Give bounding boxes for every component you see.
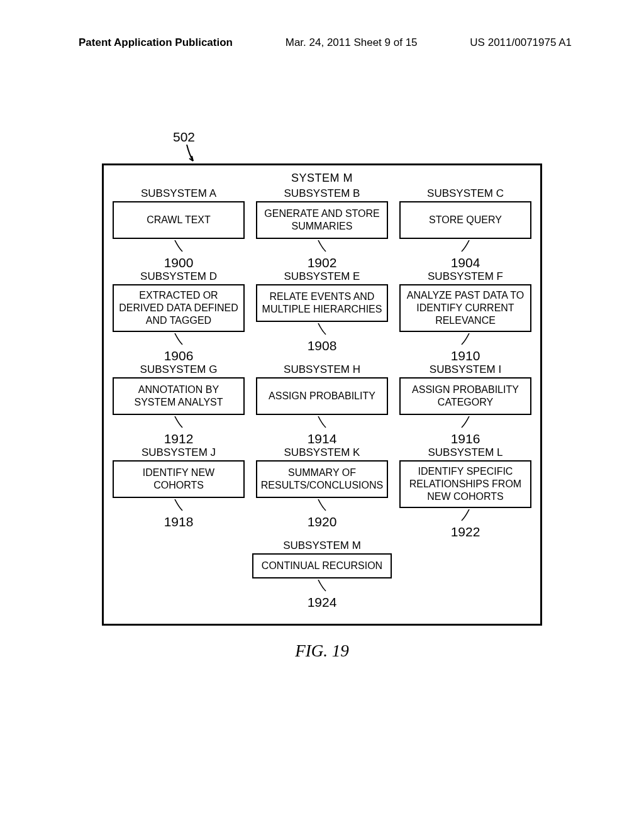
cell-body: IDENTIFY NEW COHORTS xyxy=(113,460,245,498)
lead-line-icon xyxy=(399,509,531,524)
cell-body: RELATE EVENTS AND MULTIPLE HIERARCHIES xyxy=(256,284,388,322)
row-1: SUBSYSTEM A CRAWL TEXT 1900 SUBSYSTEM B … xyxy=(113,187,531,270)
reference-number: 1914 xyxy=(256,431,388,446)
cell-subsystem-a: SUBSYSTEM A CRAWL TEXT 1900 xyxy=(113,187,245,270)
reference-number: 1902 xyxy=(256,255,388,270)
lead-line-icon xyxy=(399,240,531,255)
header-right: US 2011/0071975 A1 xyxy=(470,36,572,49)
reference-number: 1910 xyxy=(399,348,531,363)
cell-subsystem-b: SUBSYSTEM B GENERATE AND STORE SUMMARIES… xyxy=(256,187,388,270)
cell-body: ASSIGN PROBABILITY xyxy=(256,377,388,415)
row-5: SUBSYSTEM M CONTINUAL RECURSION 1924 xyxy=(113,540,531,610)
row-2: SUBSYSTEM D EXTRACTED OR DERIVED DATA DE… xyxy=(113,270,531,363)
system-title: SYSTEM M xyxy=(113,172,531,185)
cell-subsystem-l: SUBSYSTEM L IDENTIFY SPECIFIC RELATIONSH… xyxy=(399,446,531,540)
cell-title: SUBSYSTEM K xyxy=(256,446,388,459)
cell-body: ASSIGN PROBABILITY CATEGORY xyxy=(399,377,531,415)
cell-title: SUBSYSTEM E xyxy=(256,270,388,283)
cell-subsystem-h: SUBSYSTEM H ASSIGN PROBABILITY 1914 xyxy=(256,363,388,446)
reference-number: 1922 xyxy=(399,524,531,540)
cell-subsystem-e: SUBSYSTEM E RELATE EVENTS AND MULTIPLE H… xyxy=(256,270,388,363)
header-left: Patent Application Publication xyxy=(79,36,233,49)
cell-title: SUBSYSTEM G xyxy=(113,363,245,376)
cell-title: SUBSYSTEM C xyxy=(399,187,531,200)
cell-title: SUBSYSTEM A xyxy=(113,187,245,200)
lead-line-502-icon xyxy=(184,145,199,165)
reference-number: 1912 xyxy=(113,431,245,446)
cell-body: SUMMARY OF RESULTS/CONCLUSIONS xyxy=(256,460,388,498)
row-4: SUBSYSTEM J IDENTIFY NEW COHORTS 1918 SU… xyxy=(113,446,531,540)
cell-subsystem-j: SUBSYSTEM J IDENTIFY NEW COHORTS 1918 xyxy=(113,446,245,540)
cell-title: SUBSYSTEM M xyxy=(252,540,392,552)
lead-line-icon xyxy=(113,416,245,431)
lead-line-icon xyxy=(113,499,245,514)
lead-line-icon xyxy=(113,333,245,348)
cell-subsystem-c: SUBSYSTEM C STORE QUERY 1904 xyxy=(399,187,531,270)
cell-title: SUBSYSTEM J xyxy=(113,446,245,459)
lead-line-icon xyxy=(256,323,388,338)
cell-title: SUBSYSTEM I xyxy=(399,363,531,376)
cell-body: GENERATE AND STORE SUMMARIES xyxy=(256,201,388,239)
lead-line-icon xyxy=(256,240,388,255)
cell-body: CRAWL TEXT xyxy=(113,201,245,239)
lead-line-icon xyxy=(252,580,392,595)
cell-body: ANNOTATION BY SYSTEM ANALYST xyxy=(113,377,245,415)
figure-caption: FIG. 19 xyxy=(0,641,644,661)
reference-number: 1906 xyxy=(113,348,245,363)
cell-subsystem-m: SUBSYSTEM M CONTINUAL RECURSION 1924 xyxy=(252,540,392,610)
lead-line-icon xyxy=(256,499,388,514)
cell-subsystem-f: SUBSYSTEM F ANALYZE PAST DATA TO IDENTIF… xyxy=(399,270,531,363)
cell-title: SUBSYSTEM D xyxy=(113,270,245,283)
cell-body: ANALYZE PAST DATA TO IDENTIFY CURRENT RE… xyxy=(399,284,531,332)
header-center: Mar. 24, 2011 Sheet 9 of 15 xyxy=(286,36,418,49)
cell-body: EXTRACTED OR DERIVED DATA DEFINED AND TA… xyxy=(113,284,245,332)
reference-number: 1918 xyxy=(113,514,245,529)
reference-number: 1908 xyxy=(256,338,388,353)
cell-body: STORE QUERY xyxy=(399,201,531,239)
lead-line-icon xyxy=(113,240,245,255)
reference-number: 1916 xyxy=(399,431,531,446)
lead-line-icon xyxy=(399,416,531,431)
cell-title: SUBSYSTEM H xyxy=(256,363,388,376)
lead-line-icon xyxy=(399,333,531,348)
reference-number: 1904 xyxy=(399,255,531,270)
cell-subsystem-g: SUBSYSTEM G ANNOTATION BY SYSTEM ANALYST… xyxy=(113,363,245,446)
cell-body: CONTINUAL RECURSION xyxy=(252,553,392,578)
row-3: SUBSYSTEM G ANNOTATION BY SYSTEM ANALYST… xyxy=(113,363,531,446)
reference-number: 1920 xyxy=(256,514,388,529)
cell-subsystem-d: SUBSYSTEM D EXTRACTED OR DERIVED DATA DE… xyxy=(113,270,245,363)
reference-number: 1924 xyxy=(252,595,392,610)
cell-subsystem-i: SUBSYSTEM I ASSIGN PROBABILITY CATEGORY … xyxy=(399,363,531,446)
page-header: Patent Application Publication Mar. 24, … xyxy=(0,36,644,49)
reference-502: 502 xyxy=(173,130,195,145)
reference-number: 1900 xyxy=(113,255,245,270)
cell-title: SUBSYSTEM B xyxy=(256,187,388,200)
cell-body: IDENTIFY SPECIFIC RELATIONSHIPS FROM NEW… xyxy=(399,460,531,508)
cell-title: SUBSYSTEM L xyxy=(399,446,531,459)
cell-subsystem-k: SUBSYSTEM K SUMMARY OF RESULTS/CONCLUSIO… xyxy=(256,446,388,540)
lead-line-icon xyxy=(256,416,388,431)
cell-title: SUBSYSTEM F xyxy=(399,270,531,283)
system-m-container: SYSTEM M SUBSYSTEM A CRAWL TEXT 1900 SUB… xyxy=(102,163,542,626)
